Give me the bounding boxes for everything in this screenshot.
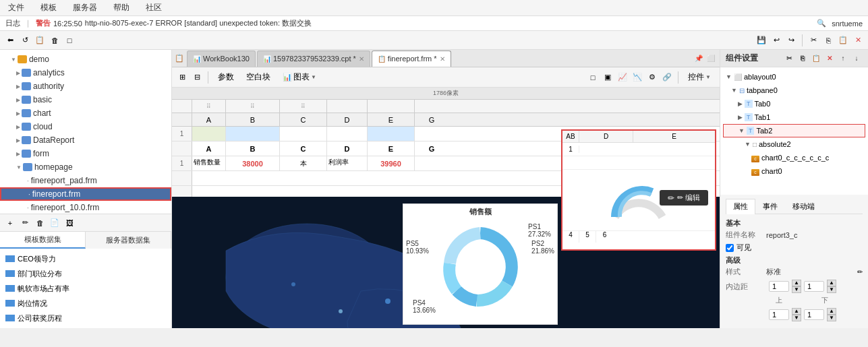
- rp-tree-ablayout0[interactable]: ▼ ⬜ ablayout0: [723, 70, 865, 84]
- tab-cpt[interactable]: 📊 1597823379532339.cpt * ✕: [257, 51, 370, 67]
- down-icon[interactable]: ↓: [850, 53, 863, 65]
- delete-icon[interactable]: ✕: [823, 53, 836, 65]
- cut-icon[interactable]: ✂: [807, 34, 819, 46]
- cell-3E[interactable]: 39960: [368, 156, 415, 170]
- tab-server-dataset[interactable]: 服务器数据集: [86, 232, 171, 249]
- spinner-up[interactable]: ▲: [827, 308, 836, 315]
- control-btn[interactable]: 控件 ▼: [683, 69, 716, 85]
- cell-1B[interactable]: [226, 127, 280, 141]
- menu-community[interactable]: 社区: [143, 1, 165, 15]
- spinner-up[interactable]: ▲: [792, 308, 801, 315]
- padding-bottom-input[interactable]: [769, 309, 789, 320]
- tree-item-chart[interactable]: ▶ chart: [0, 106, 171, 120]
- add-item-icon[interactable]: +: [4, 217, 16, 229]
- refresh-icon[interactable]: ↺: [19, 34, 31, 46]
- spinner-down[interactable]: ▼: [792, 315, 801, 321]
- widget-icon-5[interactable]: ⚙: [646, 71, 658, 84]
- search-icon[interactable]: 🔍: [817, 19, 826, 28]
- tree-item-analytics[interactable]: ▶ analytics: [0, 66, 171, 80]
- menu-file[interactable]: 文件: [5, 1, 27, 15]
- copy-icon[interactable]: ⎘: [822, 34, 834, 46]
- tree-item-basic[interactable]: ▶ basic: [0, 93, 171, 106]
- tree-item-frm-pad[interactable]: · finereport_pad.frm: [0, 174, 171, 187]
- cell-1E[interactable]: [368, 127, 415, 141]
- padding-right-input[interactable]: [804, 281, 824, 292]
- tree-item-datareport[interactable]: ▶ DataReport: [0, 133, 171, 147]
- cell-1D[interactable]: [327, 127, 368, 141]
- redo-icon[interactable]: ↪: [785, 34, 797, 46]
- dataset-item-3[interactable]: 岗位情况: [3, 296, 169, 311]
- col-header-B[interactable]: B: [226, 113, 280, 126]
- cell-3C[interactable]: 本: [280, 156, 327, 170]
- paste-icon[interactable]: 📋: [810, 53, 822, 65]
- col-header-D[interactable]: D: [327, 113, 368, 126]
- edit-chart-btn[interactable]: ✏ ✏ 编辑: [660, 190, 708, 206]
- widget-icon-2[interactable]: ▣: [602, 71, 614, 84]
- pin-icon[interactable]: 📌: [693, 53, 705, 65]
- tree-item-authority[interactable]: ▶ authority: [0, 80, 171, 93]
- close-x-icon[interactable]: ✕: [852, 34, 864, 46]
- cell-2C[interactable]: C: [280, 141, 327, 156]
- save-icon[interactable]: 💾: [755, 34, 768, 46]
- cell-3A[interactable]: 销售数量: [192, 156, 226, 170]
- cell-3B[interactable]: 38000: [226, 156, 280, 170]
- cut-icon[interactable]: ✂: [783, 53, 795, 65]
- delete-icon[interactable]: 🗑: [49, 34, 61, 46]
- col-header-G[interactable]: G: [415, 113, 449, 126]
- tab-props-mobile[interactable]: 移动端: [785, 199, 822, 214]
- spinner-up[interactable]: ▲: [827, 280, 836, 286]
- rp-tree-tabpane0[interactable]: ▼ ⊟ tabpane0: [723, 84, 865, 97]
- import-icon[interactable]: 🖼: [63, 217, 76, 229]
- spinner-down[interactable]: ▼: [792, 286, 801, 293]
- widget-icon-6[interactable]: 🔗: [661, 71, 673, 84]
- tab-workbook130[interactable]: 📊 WorkBook130: [187, 51, 256, 67]
- tab-close-frm[interactable]: ✕: [440, 55, 445, 63]
- menu-server[interactable]: 服务器: [70, 1, 100, 15]
- undo-icon[interactable]: ↩: [770, 34, 782, 46]
- col-header-E[interactable]: E: [368, 113, 415, 126]
- menu-help[interactable]: 帮助: [111, 1, 132, 15]
- delete-item-icon[interactable]: 🗑: [34, 217, 46, 229]
- grid-icon-2[interactable]: ⊟: [191, 71, 203, 84]
- rp-tree-tab0[interactable]: ▶ T Tab0: [723, 97, 865, 111]
- cell-1C[interactable]: [280, 127, 327, 141]
- cell-2E[interactable]: E: [368, 141, 415, 156]
- col-header-A[interactable]: A: [192, 113, 226, 126]
- param-btn[interactable]: 参数: [213, 69, 239, 85]
- grid-icon-1[interactable]: ⊞: [176, 71, 188, 84]
- blank-btn[interactable]: 空白块: [241, 69, 275, 85]
- tree-item-form[interactable]: ▶ form: [0, 147, 171, 160]
- new-icon[interactable]: □: [63, 34, 76, 46]
- tree-item-homepage[interactable]: ▼ homepage: [0, 160, 171, 174]
- tab-finereport[interactable]: 📋 finereport.frm * ✕: [372, 51, 451, 67]
- visible-checkbox[interactable]: [726, 244, 734, 252]
- cell-2A[interactable]: A: [192, 141, 226, 156]
- cell-2G[interactable]: G: [415, 141, 449, 156]
- dataset-item-2[interactable]: 帆软市场占有率: [3, 281, 169, 296]
- tree-item-frm-selected[interactable]: · finereport.frm: [0, 187, 171, 201]
- tab-template-dataset[interactable]: 模板数据集: [0, 232, 86, 249]
- copy-path-icon[interactable]: 📋: [34, 34, 46, 46]
- edit-item-icon[interactable]: ✏: [19, 217, 31, 229]
- tree-item-frm-10[interactable]: · finereport_10.0.frm: [0, 201, 171, 214]
- dataset-item-1[interactable]: 部门职位分布: [3, 266, 169, 281]
- tab-close-cpt[interactable]: ✕: [359, 55, 364, 63]
- up-icon[interactable]: ↑: [837, 53, 849, 65]
- dataset-item-0[interactable]: CEO领导力: [3, 251, 169, 266]
- nav-back-icon[interactable]: ⬅: [4, 34, 16, 46]
- tree-item-cloud[interactable]: ▶ cloud: [0, 120, 171, 133]
- spinner-down[interactable]: ▼: [827, 286, 836, 293]
- cell-2B[interactable]: B: [226, 141, 280, 156]
- tree-root-demo[interactable]: ▼ demo: [0, 53, 171, 66]
- col-header-C[interactable]: C: [280, 113, 327, 126]
- spinner-down[interactable]: ▼: [827, 315, 836, 321]
- padding-top-input[interactable]: [769, 281, 789, 292]
- cell-2D[interactable]: D: [327, 141, 368, 156]
- rp-tree-absolute2[interactable]: ▼ □ absolute2: [723, 137, 865, 151]
- cell-1A[interactable]: [192, 127, 226, 141]
- paste-icon[interactable]: 📋: [837, 34, 849, 46]
- tab-props-event[interactable]: 事件: [755, 199, 785, 214]
- widget-icon-1[interactable]: □: [587, 71, 599, 84]
- dataset-item-4[interactable]: 公司获奖历程: [3, 311, 169, 325]
- style-edit-icon[interactable]: ✏: [857, 268, 863, 276]
